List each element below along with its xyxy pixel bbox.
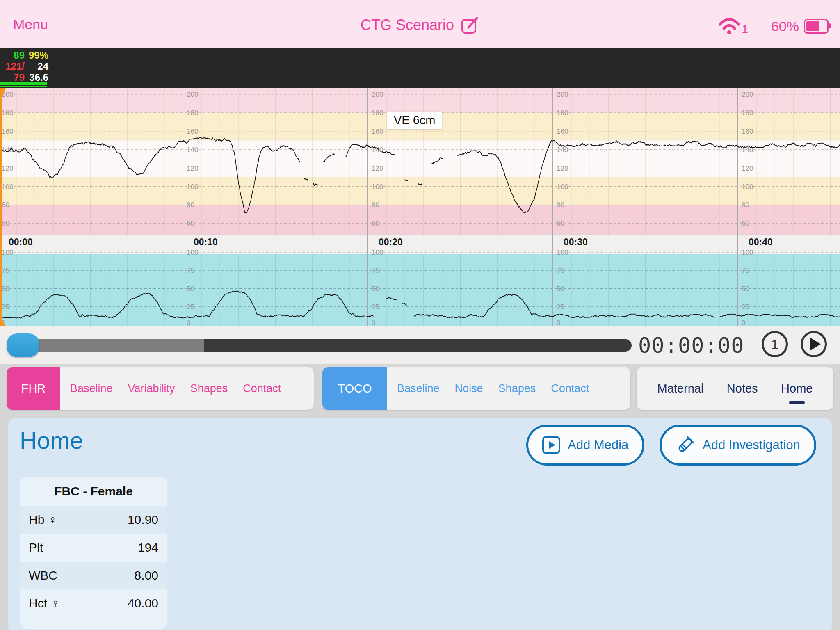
title-wrap: CTG Scenario: [361, 16, 479, 34]
playback-speed-value: 1: [771, 336, 779, 352]
tab-fhr[interactable]: FHR: [7, 367, 60, 410]
svg-text:0: 0: [187, 319, 190, 326]
timeline-track-remaining[interactable]: [204, 339, 632, 352]
ctg-chart[interactable]: 2001801601401201008060100755025000:00200…: [0, 88, 840, 326]
add-media-button[interactable]: Add Media: [526, 425, 644, 466]
status-icons: 1 60%: [718, 16, 829, 36]
vitals-row-hr-spo2: 89 99%: [0, 50, 48, 61]
fbc-card-title: FBC - Female: [20, 477, 167, 506]
svg-text:180: 180: [742, 109, 753, 117]
battery-icon: [804, 19, 829, 34]
svg-text:120: 120: [372, 164, 383, 172]
spo2-value: 99%: [25, 50, 48, 61]
svg-text:25: 25: [372, 303, 379, 311]
svg-text:60: 60: [372, 219, 379, 227]
tab-toco-contact[interactable]: Contact: [546, 367, 594, 410]
tab-fhr-shapes[interactable]: Shapes: [185, 367, 233, 410]
add-investigation-button[interactable]: Add Investigation: [660, 425, 816, 466]
svg-text:75: 75: [557, 267, 564, 274]
vitals-row-bp-resp: 121/ 24: [0, 61, 48, 72]
resp-value: 24: [25, 61, 48, 72]
svg-text:160: 160: [557, 128, 568, 135]
svg-text:160: 160: [372, 128, 383, 135]
svg-text:100: 100: [557, 183, 568, 191]
svg-text:100: 100: [372, 249, 383, 256]
tab-toco-noise[interactable]: Noise: [450, 367, 488, 410]
toco-background: [0, 254, 840, 326]
timeline-thumb[interactable]: [7, 333, 39, 357]
battery-percent: 60%: [771, 18, 799, 34]
fbc-card[interactable]: FBC - Female Hb♀ 10.90 Plt 194 WBC 8.00 …: [20, 477, 167, 629]
svg-text:120: 120: [557, 164, 568, 172]
selected-tab-indicator: [789, 401, 805, 404]
fbc-value: 10.90: [128, 513, 158, 527]
svg-text:180: 180: [557, 109, 568, 117]
svg-text:60: 60: [742, 219, 749, 227]
svg-text:50: 50: [2, 285, 9, 293]
add-media-label: Add Media: [568, 438, 628, 452]
play-button[interactable]: [801, 331, 827, 357]
svg-text:50: 50: [187, 285, 194, 293]
svg-text:25: 25: [187, 303, 194, 311]
home-section-title: Home: [20, 427, 83, 454]
svg-text:180: 180: [2, 109, 13, 117]
svg-text:100: 100: [2, 249, 13, 256]
fbc-row-wbc: WBC 8.00: [20, 562, 167, 589]
svg-text:200: 200: [742, 91, 753, 98]
svg-text:140: 140: [372, 146, 383, 154]
fbc-label: Hb: [29, 513, 44, 527]
bp-diastolic-value: 79: [1, 72, 25, 83]
tab-toco-shapes[interactable]: Shapes: [493, 367, 541, 410]
tab-toco-baseline[interactable]: Baseline: [392, 367, 445, 410]
svg-text:180: 180: [187, 109, 198, 117]
female-icon: ♀: [48, 514, 57, 526]
top-bar: Menu CTG Scenario 1 60%: [0, 0, 840, 48]
tab-fhr-variability[interactable]: Variability: [123, 367, 180, 410]
svg-text:75: 75: [187, 267, 194, 274]
svg-text:00:30: 00:30: [564, 237, 588, 247]
svg-text:200: 200: [557, 91, 568, 98]
svg-text:120: 120: [742, 164, 753, 172]
svg-text:80: 80: [2, 201, 9, 209]
svg-text:160: 160: [742, 128, 753, 135]
svg-text:140: 140: [187, 146, 198, 154]
vitals-readings: 89 99% 121/ 24 79 36.6: [0, 50, 48, 83]
svg-text:140: 140: [2, 146, 13, 154]
svg-text:180: 180: [372, 109, 383, 117]
svg-text:100: 100: [187, 183, 198, 191]
fbc-value: 8.00: [135, 568, 158, 582]
tab-home[interactable]: Home: [778, 382, 815, 395]
add-investigation-label: Add Investigation: [703, 438, 800, 452]
menu-button[interactable]: Menu: [13, 16, 48, 32]
tab-fhr-baseline[interactable]: Baseline: [65, 367, 118, 410]
play-square-icon: [542, 436, 560, 454]
svg-text:120: 120: [187, 164, 198, 172]
svg-text:80: 80: [557, 201, 564, 209]
tab-maternal[interactable]: Maternal: [655, 382, 706, 395]
svg-text:75: 75: [742, 267, 749, 274]
tab-toco[interactable]: TOCO: [322, 367, 387, 410]
ve-annotation: VE 6cm: [387, 112, 442, 129]
tab-home-label: Home: [781, 382, 813, 395]
svg-text:80: 80: [187, 201, 194, 209]
svg-text:160: 160: [2, 128, 13, 135]
timeline-track-elapsed[interactable]: [16, 339, 204, 352]
svg-text:100: 100: [742, 249, 753, 256]
fbc-label: Plt: [29, 541, 43, 555]
timeline-row: 00:00:00 1: [0, 326, 840, 364]
svg-text:50: 50: [372, 285, 379, 293]
edit-icon[interactable]: [461, 16, 479, 34]
vitals-trend-bar-2: [0, 86, 47, 87]
tab-fhr-contact[interactable]: Contact: [237, 367, 286, 410]
fbc-value: 40.00: [128, 596, 158, 610]
svg-text:0: 0: [372, 319, 375, 326]
tab-notes[interactable]: Notes: [724, 382, 760, 395]
svg-text:50: 50: [557, 285, 564, 293]
svg-text:80: 80: [372, 201, 379, 209]
nav-tab-card: Maternal Notes Home: [637, 367, 833, 410]
svg-text:80: 80: [742, 201, 749, 209]
playback-speed-button[interactable]: 1: [762, 331, 788, 357]
pulse-value: 89: [1, 50, 25, 61]
svg-text:100: 100: [372, 183, 383, 191]
fbc-label: Hct: [29, 596, 47, 610]
